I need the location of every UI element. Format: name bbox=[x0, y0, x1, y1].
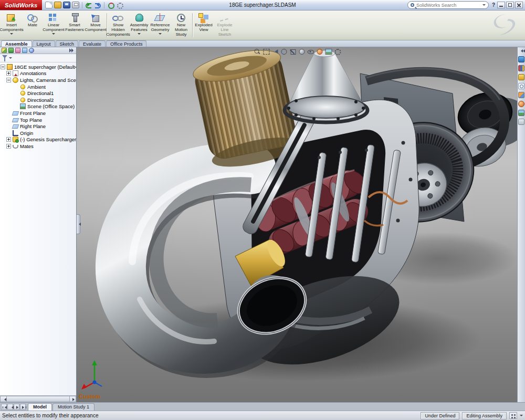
print-icon[interactable] bbox=[72, 2, 79, 8]
tab-sketch[interactable]: Sketch bbox=[56, 40, 79, 47]
main-area: 18GE superchager (Default<Displa Annotat… bbox=[0, 47, 525, 402]
plane-icon bbox=[12, 118, 19, 122]
apply-scene-icon[interactable] bbox=[324, 48, 332, 55]
displaymanager-icon[interactable] bbox=[29, 48, 34, 53]
scroll-right-icon[interactable] bbox=[69, 396, 76, 402]
ribbon-move-component[interactable]: Move Component bbox=[85, 11, 106, 39]
previous-tab-icon[interactable] bbox=[7, 404, 13, 410]
redo-icon[interactable] bbox=[94, 2, 101, 8]
ribbon-linear-component[interactable]: Linear Component bbox=[43, 11, 64, 39]
ribbon-smart-fasteners[interactable]: Smart Fasteners bbox=[64, 11, 85, 39]
options-icon[interactable] bbox=[116, 2, 123, 8]
dimxpertmanager-icon[interactable] bbox=[22, 48, 27, 53]
custom-properties-icon[interactable] bbox=[518, 119, 524, 125]
tree-item-ambient[interactable]: Ambient bbox=[0, 83, 76, 90]
tab-evaluate[interactable]: Evaluate bbox=[79, 40, 106, 47]
tree-item-annotations[interactable]: Annotations bbox=[0, 70, 76, 77]
first-tab-icon[interactable] bbox=[1, 404, 7, 410]
editing-mode-status[interactable]: Editing Assembly bbox=[462, 412, 507, 419]
minimize-button[interactable] bbox=[497, 2, 505, 8]
scroll-left-icon[interactable] bbox=[0, 396, 7, 402]
intake-cone[interactable] bbox=[285, 50, 368, 122]
tree-item-root[interactable]: 18GE superchager (Default<Displa bbox=[0, 64, 76, 70]
tree-item-scene[interactable]: Scene (Office Space) bbox=[0, 103, 76, 110]
appearances-icon[interactable] bbox=[518, 101, 524, 107]
view-orientation-icon[interactable] bbox=[289, 48, 296, 55]
expand-toggle-icon[interactable] bbox=[6, 71, 11, 76]
tree-item-lights-cameras-scene[interactable]: Lights, Cameras and Scene bbox=[0, 77, 76, 83]
ribbon-new-motion-study[interactable]: New Motion Study bbox=[171, 11, 192, 39]
section-view-icon[interactable] bbox=[280, 48, 287, 55]
ribbon-mate[interactable]: Mate bbox=[22, 11, 43, 39]
search-pane-icon[interactable] bbox=[518, 83, 524, 89]
tree-item-mates[interactable]: Mates bbox=[0, 143, 76, 150]
filter-funnel-icon[interactable] bbox=[2, 55, 7, 61]
tab-office-products[interactable]: Office Products bbox=[106, 40, 146, 47]
close-button[interactable] bbox=[515, 2, 523, 8]
status-dropdown-icon[interactable] bbox=[520, 415, 523, 418]
maximize-button[interactable] bbox=[506, 2, 514, 8]
collapse-toggle-icon[interactable] bbox=[1, 65, 5, 69]
hide-show-items-icon[interactable] bbox=[307, 48, 314, 55]
tree-item-right-plane[interactable]: Right Plane bbox=[0, 123, 76, 130]
ribbon-insert-components[interactable]: Insert Components bbox=[1, 11, 22, 39]
tab-layout[interactable]: Layout bbox=[33, 40, 55, 47]
undo-icon[interactable] bbox=[85, 2, 92, 8]
open-icon[interactable] bbox=[54, 2, 61, 8]
units-grid-icon[interactable] bbox=[509, 412, 517, 419]
featuremanager-tree-icon[interactable] bbox=[2, 48, 7, 53]
search-input[interactable] bbox=[416, 3, 480, 8]
view-settings-icon[interactable] bbox=[333, 48, 341, 55]
move-component-icon bbox=[89, 12, 102, 23]
tab-assemble[interactable]: Assemble bbox=[1, 40, 32, 47]
ribbon-reference-geometry[interactable]: Reference Geometry bbox=[150, 11, 171, 39]
last-tab-icon[interactable] bbox=[20, 404, 26, 410]
expand-toggle-icon[interactable] bbox=[6, 144, 11, 149]
save-icon[interactable] bbox=[63, 2, 70, 8]
collapse-toggle-icon[interactable] bbox=[6, 78, 11, 82]
tab-motion-study-1[interactable]: Motion Study 1 bbox=[52, 403, 94, 411]
expand-toggle-icon[interactable] bbox=[6, 137, 11, 142]
ribbon-exploded-view[interactable]: Exploded View bbox=[193, 11, 214, 39]
ribbon-show-hidden-components[interactable]: Show Hidden Components bbox=[108, 11, 129, 39]
rebuild-icon[interactable] bbox=[107, 2, 114, 8]
help-button[interactable]: ? bbox=[492, 2, 495, 8]
solidworks-resources-icon[interactable] bbox=[518, 56, 524, 62]
file-explorer-icon[interactable] bbox=[518, 74, 524, 80]
viewport-canvas[interactable] bbox=[77, 47, 517, 402]
status-bar: Select entities to modify their appearan… bbox=[0, 411, 525, 420]
tab-model[interactable]: Model bbox=[28, 403, 52, 411]
panel-expand-icon[interactable] bbox=[69, 48, 75, 52]
edit-appearance-icon[interactable] bbox=[316, 48, 323, 55]
dropdown-caret-icon bbox=[52, 33, 55, 36]
view-palette-icon[interactable] bbox=[518, 92, 524, 98]
scrollbar-thumb[interactable] bbox=[7, 396, 69, 402]
solidworks-search-box[interactable] bbox=[407, 1, 489, 9]
tree-splitter-handle[interactable] bbox=[77, 214, 80, 234]
filter-dropdown-icon[interactable] bbox=[9, 57, 12, 60]
graphics-viewport[interactable]: Custom bbox=[77, 47, 517, 402]
tree-item-genesis-supercharger[interactable]: (-) Genesis Supercharger Final bbox=[0, 136, 76, 143]
zoom-to-fit-icon[interactable] bbox=[253, 48, 260, 55]
scenes-icon[interactable] bbox=[518, 110, 524, 116]
search-dropdown-icon[interactable] bbox=[482, 4, 486, 7]
new-document-icon[interactable] bbox=[45, 2, 52, 8]
ribbon-assembly-features[interactable]: Assembly Features bbox=[129, 11, 150, 39]
next-tab-icon[interactable] bbox=[14, 404, 19, 410]
propertymanager-icon[interactable] bbox=[8, 48, 14, 53]
tree-item-directional2[interactable]: Directional2 bbox=[0, 97, 76, 103]
tree-item-front-plane[interactable]: Front Plane bbox=[0, 110, 76, 117]
tree-item-directional1[interactable]: Directional1 bbox=[0, 90, 76, 97]
zoom-to-area-icon[interactable] bbox=[262, 48, 269, 55]
display-style-icon[interactable] bbox=[298, 48, 305, 55]
tree-item-origin[interactable]: Origin bbox=[0, 130, 76, 136]
design-library-icon[interactable] bbox=[518, 65, 524, 71]
mates-icon bbox=[13, 145, 18, 149]
tree-horizontal-scrollbar[interactable] bbox=[0, 395, 76, 402]
configurationmanager-icon[interactable] bbox=[15, 48, 20, 53]
smart-fasteners-icon bbox=[68, 12, 81, 23]
previous-view-icon[interactable] bbox=[271, 48, 278, 55]
task-pane-expand-icon[interactable] bbox=[519, 49, 524, 53]
origin-icon bbox=[13, 130, 18, 136]
tree-item-top-plane[interactable]: Top Plane bbox=[0, 117, 76, 123]
